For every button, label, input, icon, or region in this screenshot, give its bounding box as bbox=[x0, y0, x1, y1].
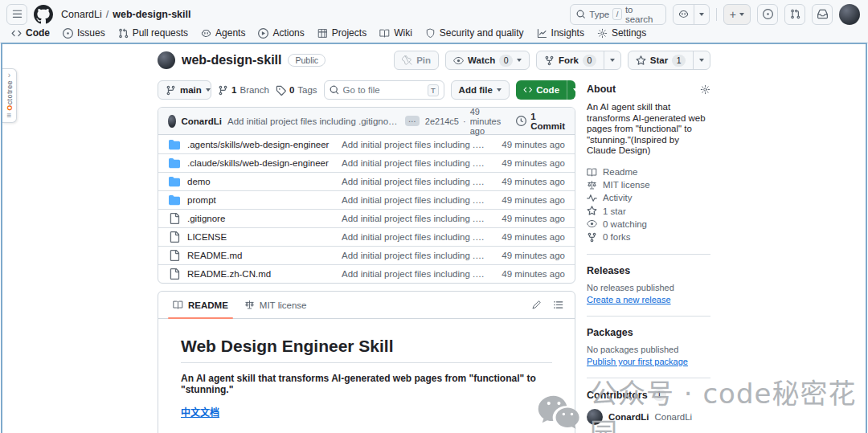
repo-nav-tab[interactable]: Wiki bbox=[373, 26, 419, 43]
breadcrumb-owner[interactable]: ConardLi bbox=[61, 9, 102, 20]
contributors-section: Contributors 1 ConardLi ConardLi bbox=[587, 378, 710, 425]
visibility-badge: Public bbox=[288, 54, 326, 67]
add-file-button[interactable]: Add file bbox=[451, 80, 510, 100]
create-release-link[interactable]: Create a new release bbox=[587, 295, 671, 304]
file-row[interactable]: .agents/skills/web-design-engineer Add i… bbox=[158, 135, 575, 153]
repo-owner-avatar[interactable] bbox=[158, 51, 175, 69]
about-link[interactable]: Readme bbox=[587, 165, 710, 178]
create-new-button[interactable]: + bbox=[723, 4, 751, 25]
about-link[interactable]: 0 watching bbox=[587, 218, 710, 231]
file-commit-time: 49 minutes ago bbox=[491, 195, 565, 205]
readme-tab[interactable]: MIT license bbox=[236, 292, 315, 318]
packages-section: Packages No packages published Publish y… bbox=[587, 316, 710, 367]
file-commit-message[interactable]: Add initial project files including .git… bbox=[342, 195, 485, 205]
inbox-icon bbox=[817, 9, 828, 19]
folder-icon bbox=[168, 157, 181, 169]
go-to-file-field[interactable] bbox=[343, 85, 424, 95]
contributor-row[interactable]: ConardLi ConardLi bbox=[587, 409, 710, 425]
about-link[interactable]: 0 forks bbox=[587, 231, 710, 243]
issues-global-button[interactable] bbox=[757, 4, 778, 25]
file-name[interactable]: .agents/skills/web-design-engineer bbox=[187, 140, 335, 149]
fork-icon bbox=[544, 55, 555, 66]
repo-nav-tab[interactable]: Pull requests bbox=[112, 26, 194, 43]
branches-link[interactable]: 1 Branch bbox=[218, 85, 269, 96]
file-commit-message[interactable]: Add initial project files including .git… bbox=[342, 269, 485, 279]
global-search-input[interactable]: Type / to search bbox=[570, 4, 666, 25]
file-row[interactable]: .gitignore Add initial project files inc… bbox=[158, 209, 575, 227]
pull-requests-global-button[interactable] bbox=[784, 4, 805, 25]
file-commit-time: 49 minutes ago bbox=[491, 232, 565, 242]
edit-about-button[interactable] bbox=[700, 84, 710, 95]
folder-icon bbox=[168, 194, 181, 206]
go-to-file-input[interactable]: T bbox=[324, 80, 444, 100]
edit-readme-button[interactable] bbox=[531, 300, 542, 310]
file-name[interactable]: README.md bbox=[187, 251, 335, 260]
file-name[interactable]: .gitignore bbox=[187, 214, 335, 223]
file-row[interactable]: .claude/skills/web-design-engineer Add i… bbox=[158, 153, 575, 172]
repo-page: web-design-skill Public Pin Watch 0 Fork… bbox=[158, 48, 710, 433]
agent-icon bbox=[201, 28, 211, 39]
repo-nav-tab[interactable]: Agents bbox=[194, 26, 252, 43]
file-commit-message[interactable]: Add initial project files including .git… bbox=[342, 177, 485, 186]
global-menu-button[interactable] bbox=[6, 4, 27, 25]
code-button[interactable]: Code bbox=[516, 80, 567, 100]
inbox-button[interactable] bbox=[812, 4, 833, 25]
repo-nav-tab[interactable]: Insights bbox=[530, 26, 591, 43]
publish-package-link[interactable]: Publish your first package bbox=[587, 357, 688, 366]
file-row[interactable]: README.md Add initial project files incl… bbox=[158, 246, 575, 264]
file-name[interactable]: prompt bbox=[187, 195, 335, 205]
file-name[interactable]: README.zh-CN.md bbox=[187, 269, 335, 279]
file-row[interactable]: prompt Add initial project files includi… bbox=[158, 190, 575, 209]
file-commit-message[interactable]: Add initial project files including .git… bbox=[342, 251, 485, 260]
code-dropdown-button[interactable] bbox=[567, 80, 575, 100]
tags-link[interactable]: 0 Tags bbox=[276, 85, 317, 96]
actions-icon bbox=[258, 28, 268, 39]
breadcrumb-repo[interactable]: web-design-skill bbox=[113, 9, 190, 20]
repo-nav-tab[interactable]: Settings bbox=[591, 26, 653, 43]
commit-expand-button[interactable]: … bbox=[405, 116, 420, 126]
octotree-sidebar-toggle[interactable]: › Octotree ≡ bbox=[2, 68, 17, 123]
file-icon bbox=[168, 250, 181, 261]
repo-nav-tab[interactable]: Code bbox=[5, 26, 56, 43]
readme-tab[interactable]: README bbox=[165, 292, 236, 318]
file-commit-message[interactable]: Add initial project files including .git… bbox=[342, 214, 485, 223]
file-commit-message[interactable]: Add initial project files including .git… bbox=[342, 140, 485, 149]
github-logo-icon[interactable] bbox=[34, 5, 53, 24]
copilot-dropdown-button[interactable] bbox=[694, 5, 709, 24]
chinese-docs-link[interactable]: 中文文档 bbox=[181, 407, 219, 419]
file-name[interactable]: LICENSE bbox=[187, 232, 335, 242]
projects-icon bbox=[317, 28, 328, 39]
commit-hash[interactable]: 2e214c5 bbox=[425, 116, 459, 126]
repo-nav-tab[interactable]: Issues bbox=[56, 26, 112, 43]
repo-header: web-design-skill Public Pin Watch 0 Fork… bbox=[158, 48, 710, 72]
branch-picker-button[interactable]: main bbox=[158, 81, 211, 99]
watch-button[interactable]: Watch 0 bbox=[445, 51, 530, 70]
file-commit-message[interactable]: Add initial project files including .git… bbox=[342, 232, 485, 242]
repo-nav-tab[interactable]: Security and quality bbox=[419, 26, 530, 43]
outline-button[interactable] bbox=[553, 300, 563, 310]
repo-nav-tab[interactable]: Projects bbox=[311, 26, 373, 43]
about-link[interactable]: 1 star bbox=[587, 205, 710, 218]
file-row[interactable]: README.zh-CN.md Add initial project file… bbox=[158, 264, 575, 283]
repo-nav-tab[interactable]: Actions bbox=[252, 26, 310, 43]
commit-history-link[interactable]: 1 Commit bbox=[516, 112, 565, 131]
repo-title[interactable]: web-design-skill bbox=[182, 53, 281, 67]
file-name[interactable]: .claude/skills/web-design-engineer bbox=[187, 158, 335, 168]
file-row[interactable]: LICENSE Add initial project files includ… bbox=[158, 227, 575, 246]
file-commit-time: 49 minutes ago bbox=[491, 251, 565, 260]
fork-dropdown-button[interactable] bbox=[604, 51, 620, 69]
star-dropdown-button[interactable] bbox=[693, 51, 710, 69]
file-commit-message[interactable]: Add initial project files including .git… bbox=[342, 158, 485, 168]
commit-author-avatar[interactable] bbox=[168, 115, 176, 128]
commit-message[interactable]: Add initial project files including .git… bbox=[227, 116, 399, 126]
about-link[interactable]: MIT license bbox=[587, 178, 710, 191]
file-row[interactable]: demo Add initial project files including… bbox=[158, 172, 575, 190]
user-avatar[interactable] bbox=[839, 4, 860, 25]
star-button[interactable]: Star 1 bbox=[628, 51, 693, 69]
copilot-button[interactable] bbox=[674, 5, 694, 24]
fork-button[interactable]: Fork 0 bbox=[537, 51, 604, 69]
commit-author[interactable]: ConardLi bbox=[182, 116, 222, 126]
about-link[interactable]: Activity bbox=[587, 191, 710, 204]
file-name[interactable]: demo bbox=[187, 177, 335, 186]
pin-button[interactable]: Pin bbox=[394, 51, 439, 70]
